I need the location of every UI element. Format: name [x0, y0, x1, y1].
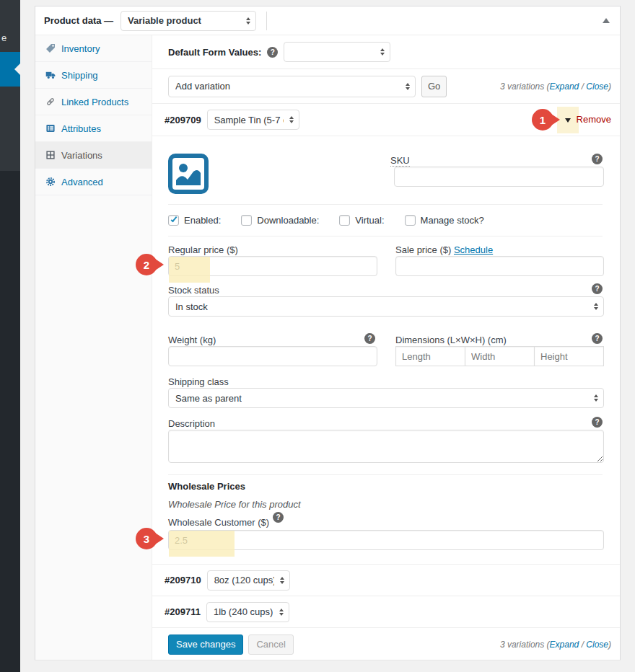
tab-linked-products[interactable]: Linked Products — [35, 89, 152, 115]
product-data-panel: Product data — Variable product Inventor… — [35, 6, 621, 660]
wp-admin-menu-current-item[interactable] — [0, 52, 20, 87]
schedule-link[interactable]: Schedule — [454, 244, 493, 255]
variation-id: #209710 — [165, 575, 201, 585]
sku-label: SKU — [390, 155, 410, 167]
sale-price-input[interactable] — [395, 256, 604, 276]
select-stepper-icon — [380, 48, 385, 56]
width-input[interactable] — [465, 346, 535, 366]
variation-attribute-select[interactable]: Sample Tin (5-7 cu — [207, 110, 299, 130]
virtual-checkbox[interactable]: Virtual: — [339, 215, 384, 226]
help-icon[interactable]: ? — [592, 154, 603, 164]
tab-shipping[interactable]: Shipping — [35, 62, 152, 89]
wholesale-prices-heading: Wholesale Prices — [168, 481, 245, 492]
regular-price-label: Regular price ($) — [168, 244, 238, 255]
woocommerce-product-data-screen: e Product data — Variable product Invent… — [0, 0, 635, 672]
expand-link[interactable]: Expand — [550, 81, 579, 92]
list-icon — [45, 123, 56, 133]
dimensions-label: Dimensions (L×W×H) (cm) — [395, 335, 507, 345]
link-icon — [45, 97, 56, 107]
panel-header: Product data — Variable product — [35, 6, 620, 35]
truck-icon — [45, 70, 56, 80]
select-stepper-icon — [594, 394, 598, 402]
close-link[interactable]: Close — [586, 640, 608, 650]
checkbox-checked-icon — [168, 215, 179, 226]
tab-advanced[interactable]: Advanced — [35, 169, 152, 195]
divider — [168, 474, 603, 475]
variation-image-placeholder[interactable] — [168, 154, 209, 194]
wp-admin-menu-truncated-label: e — [1, 32, 6, 43]
regular-price-input[interactable] — [168, 256, 377, 276]
select-stepper-icon — [280, 577, 284, 584]
downloadable-checkbox[interactable]: Downloadable: — [241, 215, 319, 226]
header-separator — [266, 12, 267, 30]
tab-attributes[interactable]: Attributes — [35, 115, 152, 142]
select-stepper-icon — [406, 83, 410, 90]
height-input[interactable] — [534, 346, 604, 366]
product-type-select[interactable]: Variable product — [121, 11, 256, 31]
manage-stock-checkbox[interactable]: Manage stock? — [405, 215, 484, 226]
help-icon[interactable]: ? — [592, 333, 603, 344]
sku-input[interactable] — [394, 167, 604, 187]
collapse-variation-icon[interactable] — [565, 118, 571, 123]
length-input[interactable] — [395, 346, 465, 366]
tab-variations[interactable]: Variations — [35, 142, 152, 169]
grid-icon — [45, 150, 56, 160]
expand-link[interactable]: Expand — [550, 640, 579, 650]
select-stepper-icon — [246, 17, 250, 25]
shipping-class-label: Shipping class — [168, 376, 229, 387]
go-button[interactable]: Go — [421, 76, 447, 97]
description-textarea[interactable] — [168, 430, 604, 463]
variation-id: #209711 — [165, 606, 201, 617]
help-icon[interactable]: ? — [592, 283, 603, 294]
variation-id: #209709 — [165, 115, 201, 125]
variation-attribute-select[interactable]: 8oz (120 cups) — [207, 570, 290, 591]
variation-attribute-select[interactable]: 1lb (240 cups) — [206, 602, 289, 622]
help-icon[interactable]: ? — [592, 417, 603, 428]
checkbox-unchecked-icon — [241, 215, 252, 226]
sale-price-label: Sale price ($) Schedule — [395, 244, 493, 255]
collapse-panel-icon[interactable] — [603, 18, 610, 23]
help-icon[interactable]: ? — [267, 47, 278, 58]
select-stepper-icon — [289, 116, 294, 123]
variations-footer: Save changes Cancel 3 variations (Expand… — [152, 628, 620, 660]
shipping-class-select[interactable]: Same as parent — [168, 388, 604, 408]
product-data-tabs: Inventory Shipping Linked Products Attri… — [35, 35, 152, 660]
default-form-values-select[interactable] — [284, 42, 390, 62]
variation-row-collapsed: #209711 1lb (240 cups) — [152, 596, 620, 628]
weight-label: Weight (kg) — [168, 335, 216, 345]
wholesale-customer-label: Wholesale Customer ($) — [168, 517, 269, 528]
variations-toolbar: Add variation Go 3 variations (Expand / … — [152, 69, 620, 104]
stock-status-select[interactable]: In stock — [168, 296, 604, 317]
dimensions-inputs — [395, 346, 604, 366]
variation-row-collapsed: #209710 8oz (120 cups) — [152, 565, 620, 596]
wholesale-customer-input[interactable] — [168, 530, 604, 550]
select-stepper-icon — [279, 609, 284, 616]
variations-summary: 3 variations (Expand / Close) — [500, 640, 611, 650]
default-form-values-label: Default Form Values: — [168, 47, 261, 58]
remove-variation-link[interactable]: Remove — [577, 114, 611, 125]
highlight-caret-box — [557, 107, 579, 133]
cancel-button[interactable]: Cancel — [248, 635, 293, 655]
variations-summary: 3 variations (Expand / Close) — [500, 81, 611, 92]
variation-action-select[interactable]: Add variation — [168, 76, 416, 97]
select-stepper-icon — [594, 303, 598, 310]
annotation-step-2: 2 — [136, 254, 157, 275]
wp-admin-menu-strip: e — [0, 0, 20, 672]
default-form-values-row: Default Form Values: ? — [152, 35, 620, 69]
description-label: Description — [168, 418, 215, 429]
save-changes-button[interactable]: Save changes — [168, 635, 243, 655]
tag-icon — [45, 43, 56, 53]
wholesale-subtitle: Wholesale Price for this product — [168, 499, 301, 510]
annotation-step-1: 1 — [532, 109, 553, 131]
annotation-step-3: 3 — [136, 528, 157, 549]
help-icon[interactable]: ? — [364, 333, 375, 344]
tab-inventory[interactable]: Inventory — [35, 35, 152, 62]
help-icon[interactable]: ? — [273, 512, 284, 523]
enabled-checkbox[interactable]: Enabled: — [168, 215, 221, 226]
divider — [168, 236, 603, 236]
close-link[interactable]: Close — [586, 81, 608, 92]
variations-tab-content: Default Form Values: ? Add variation Go … — [152, 35, 620, 660]
stock-status-label: Stock status — [168, 285, 219, 296]
checkbox-unchecked-icon — [405, 215, 416, 226]
weight-input[interactable] — [168, 346, 377, 366]
